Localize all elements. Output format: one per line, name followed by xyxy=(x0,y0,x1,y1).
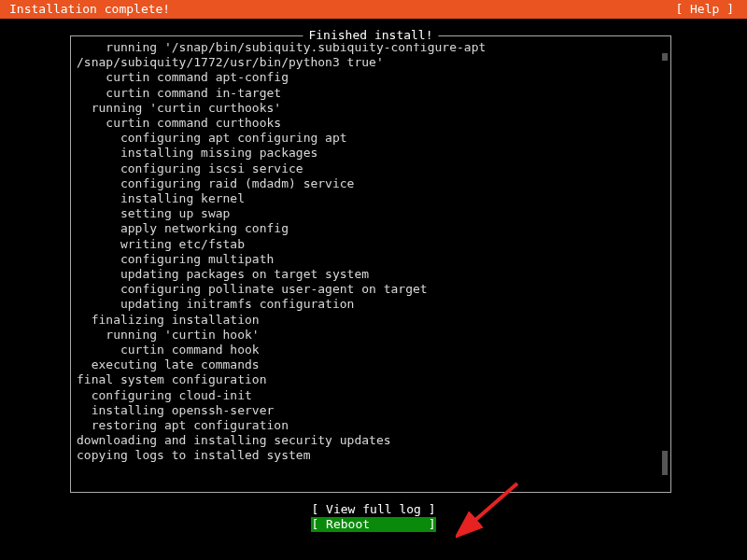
reboot-button[interactable]: [ Reboot ] xyxy=(311,517,435,532)
header-bar: Installation complete! [ Help ] xyxy=(0,0,747,19)
log-line: restoring apt configuration xyxy=(77,418,665,433)
log-line: running 'curtin hook' xyxy=(77,328,665,343)
log-line: updating packages on target system xyxy=(77,267,665,282)
header-title: Installation complete! xyxy=(9,2,170,17)
log-line: configuring apt configuring apt xyxy=(77,131,665,146)
log-line: installing missing packages xyxy=(77,146,665,161)
log-line: executing late commands xyxy=(77,357,665,372)
log-line: configuring iscsi service xyxy=(77,161,665,176)
help-button[interactable]: [ Help ] xyxy=(675,2,738,17)
log-line: copying logs to installed system xyxy=(77,448,665,463)
log-line: finalizing installation xyxy=(77,313,665,328)
log-line: configuring raid (mdadm) service xyxy=(77,176,665,191)
scrollbar[interactable] xyxy=(662,53,668,475)
log-line: curtin command in-target xyxy=(77,86,665,101)
log-line: updating initramfs configuration xyxy=(77,297,665,312)
log-panel: Finished install! running '/snap/bin/sub… xyxy=(70,35,671,493)
log-line: configuring pollinate user-agent on targ… xyxy=(77,282,665,297)
panel-title: Finished install! xyxy=(303,28,438,43)
scrollbar-thumb-bottom-icon xyxy=(662,451,668,475)
log-line: writing etc/fstab xyxy=(77,237,665,252)
main-area: Finished install! running '/snap/bin/sub… xyxy=(0,19,747,532)
log-line: installing openssh-server xyxy=(77,403,665,418)
log-line: installing kernel xyxy=(77,191,665,206)
log-line: configuring multipath xyxy=(77,252,665,267)
scrollbar-thumb-top-icon xyxy=(662,53,668,61)
log-line: curtin command curthooks xyxy=(77,116,665,131)
view-full-log-button[interactable]: [ View full log ] xyxy=(311,502,435,517)
log-line: configuring cloud-init xyxy=(77,388,665,403)
log-line: running 'curtin curthooks' xyxy=(77,101,665,116)
log-line: final system configuration xyxy=(77,372,665,387)
log-line: setting up swap xyxy=(77,206,665,221)
log-line: apply networking config xyxy=(77,221,665,236)
footer-buttons: [ View full log ] [ Reboot ] xyxy=(70,502,677,532)
log-line: curtin command apt-config xyxy=(77,70,665,85)
log-line: curtin command hook xyxy=(77,343,665,357)
log-line: /snap/subiquity/1772/usr/bin/python3 tru… xyxy=(77,55,665,70)
log-body: running '/snap/bin/subiquity.subiquity-c… xyxy=(77,36,665,464)
log-line: downloading and installing security upda… xyxy=(77,433,665,448)
